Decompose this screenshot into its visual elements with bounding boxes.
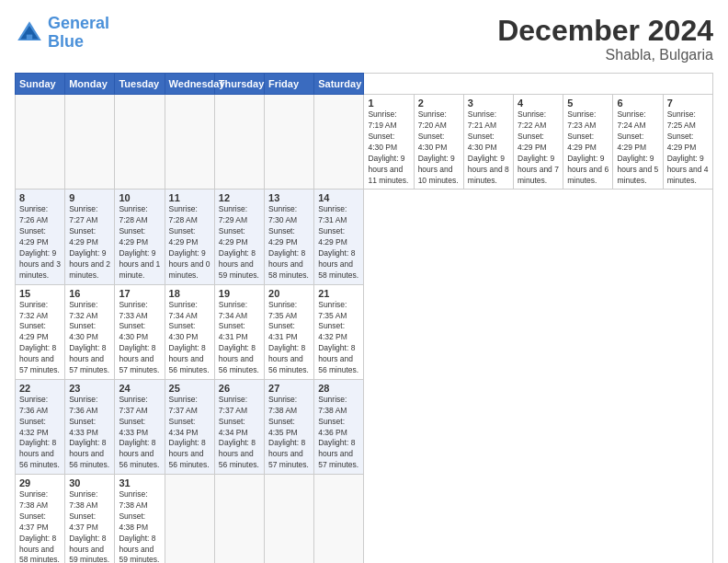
calendar-cell: 5Sunrise: 7:23 AMSunset: 4:29 PMDaylight… <box>563 95 613 190</box>
col-thursday: Thursday <box>214 74 264 95</box>
calendar-cell: 27Sunrise: 7:38 AMSunset: 4:35 PMDayligh… <box>265 379 314 474</box>
calendar-cell <box>214 475 264 563</box>
day-number: 2 <box>418 98 460 109</box>
col-monday: Monday <box>65 74 115 95</box>
calendar-cell: 22Sunrise: 7:36 AMSunset: 4:32 PMDayligh… <box>16 379 65 474</box>
col-friday: Friday <box>265 74 314 95</box>
calendar-cell: 3Sunrise: 7:21 AMSunset: 4:30 PMDaylight… <box>463 95 513 190</box>
day-number: 23 <box>69 383 110 394</box>
day-number: 5 <box>567 98 609 109</box>
day-info: Sunrise: 7:21 AMSunset: 4:30 PMDaylight:… <box>468 109 509 186</box>
calendar-cell: 11Sunrise: 7:28 AMSunset: 4:29 PMDayligh… <box>165 190 214 284</box>
calendar-cell: 21Sunrise: 7:35 AMSunset: 4:32 PMDayligh… <box>314 284 364 379</box>
day-info: Sunrise: 7:23 AMSunset: 4:29 PMDaylight:… <box>567 109 609 186</box>
day-info: Sunrise: 7:22 AMSunset: 4:29 PMDaylight:… <box>518 109 559 186</box>
calendar-cell: 12Sunrise: 7:29 AMSunset: 4:29 PMDayligh… <box>214 190 264 284</box>
calendar-cell: 29Sunrise: 7:38 AMSunset: 4:37 PMDayligh… <box>16 475 65 563</box>
calendar-week-4: 22Sunrise: 7:36 AMSunset: 4:32 PMDayligh… <box>16 379 713 474</box>
calendar-cell: 8Sunrise: 7:26 AMSunset: 4:29 PMDaylight… <box>16 190 65 284</box>
col-wednesday: Wednesday <box>165 74 214 95</box>
day-number: 13 <box>268 192 310 203</box>
logo-general: General <box>48 14 109 32</box>
day-number: 8 <box>19 192 61 203</box>
day-info: Sunrise: 7:34 AMSunset: 4:30 PMDaylight:… <box>169 300 210 376</box>
calendar-cell <box>165 95 214 190</box>
day-number: 14 <box>318 192 359 203</box>
location: Shabla, Bulgaria <box>497 47 713 63</box>
day-info: Sunrise: 7:32 AMSunset: 4:30 PMDaylight:… <box>69 300 110 376</box>
calendar-cell: 31Sunrise: 7:38 AMSunset: 4:38 PMDayligh… <box>115 475 165 563</box>
calendar-header-row: Sunday Monday Tuesday Wednesday Thursday… <box>16 74 713 95</box>
calendar-cell: 16Sunrise: 7:32 AMSunset: 4:30 PMDayligh… <box>65 284 115 379</box>
day-info: Sunrise: 7:19 AMSunset: 4:30 PMDaylight:… <box>368 109 409 186</box>
day-info: Sunrise: 7:37 AMSunset: 4:34 PMDaylight:… <box>219 395 260 471</box>
day-number: 15 <box>19 288 61 299</box>
day-number: 24 <box>119 383 160 394</box>
calendar-week-1: 1Sunrise: 7:19 AMSunset: 4:30 PMDaylight… <box>16 95 713 190</box>
calendar-cell: 4Sunrise: 7:22 AMSunset: 4:29 PMDaylight… <box>514 95 563 190</box>
calendar-cell: 14Sunrise: 7:31 AMSunset: 4:29 PMDayligh… <box>314 190 364 284</box>
day-info: Sunrise: 7:20 AMSunset: 4:30 PMDaylight:… <box>418 109 460 186</box>
calendar-cell: 6Sunrise: 7:24 AMSunset: 4:29 PMDaylight… <box>613 95 663 190</box>
col-tuesday: Tuesday <box>115 74 165 95</box>
day-number: 6 <box>617 98 658 109</box>
calendar-week-5: 29Sunrise: 7:38 AMSunset: 4:37 PMDayligh… <box>16 475 713 563</box>
day-info: Sunrise: 7:28 AMSunset: 4:29 PMDaylight:… <box>169 204 210 281</box>
calendar-cell: 10Sunrise: 7:28 AMSunset: 4:29 PMDayligh… <box>115 190 165 284</box>
calendar-cell <box>314 95 364 190</box>
day-info: Sunrise: 7:26 AMSunset: 4:29 PMDaylight:… <box>19 204 61 281</box>
day-number: 4 <box>518 98 559 109</box>
day-number: 12 <box>219 192 260 203</box>
calendar-cell <box>16 95 65 190</box>
logo-icon <box>15 18 44 48</box>
calendar-cell: 17Sunrise: 7:33 AMSunset: 4:30 PMDayligh… <box>115 284 165 379</box>
day-info: Sunrise: 7:37 AMSunset: 4:34 PMDaylight:… <box>169 395 210 471</box>
calendar-cell: 20Sunrise: 7:35 AMSunset: 4:31 PMDayligh… <box>265 284 314 379</box>
calendar-cell <box>115 95 165 190</box>
day-info: Sunrise: 7:28 AMSunset: 4:29 PMDaylight:… <box>119 204 160 281</box>
col-sunday: Sunday <box>16 74 65 95</box>
calendar-cell: 19Sunrise: 7:34 AMSunset: 4:31 PMDayligh… <box>214 284 264 379</box>
calendar-cell <box>314 475 364 563</box>
calendar-cell: 9Sunrise: 7:27 AMSunset: 4:29 PMDaylight… <box>65 190 115 284</box>
calendar-cell: 24Sunrise: 7:37 AMSunset: 4:33 PMDayligh… <box>115 379 165 474</box>
day-info: Sunrise: 7:30 AMSunset: 4:29 PMDaylight:… <box>268 204 310 281</box>
day-number: 26 <box>219 383 260 394</box>
day-number: 25 <box>169 383 210 394</box>
day-number: 28 <box>318 383 359 394</box>
day-number: 27 <box>268 383 310 394</box>
day-number: 21 <box>318 288 359 299</box>
day-info: Sunrise: 7:36 AMSunset: 4:33 PMDaylight:… <box>69 395 110 471</box>
title-block: December 2024 Shabla, Bulgaria <box>497 15 713 63</box>
header: General Blue December 2024 Shabla, Bulga… <box>15 15 713 63</box>
day-number: 30 <box>69 477 110 488</box>
day-number: 18 <box>169 288 210 299</box>
day-info: Sunrise: 7:32 AMSunset: 4:29 PMDaylight:… <box>19 300 61 376</box>
day-number: 17 <box>119 288 160 299</box>
calendar-cell: 18Sunrise: 7:34 AMSunset: 4:30 PMDayligh… <box>165 284 214 379</box>
calendar-cell: 1Sunrise: 7:19 AMSunset: 4:30 PMDaylight… <box>364 95 414 190</box>
day-number: 11 <box>169 192 210 203</box>
col-saturday: Saturday <box>314 74 364 95</box>
day-info: Sunrise: 7:35 AMSunset: 4:32 PMDaylight:… <box>318 300 359 376</box>
calendar-cell <box>65 95 115 190</box>
day-info: Sunrise: 7:35 AMSunset: 4:31 PMDaylight:… <box>268 300 310 376</box>
calendar-page: General Blue December 2024 Shabla, Bulga… <box>0 0 728 563</box>
logo-blue: Blue <box>48 33 109 52</box>
day-info: Sunrise: 7:38 AMSunset: 4:35 PMDaylight:… <box>268 395 310 471</box>
day-info: Sunrise: 7:38 AMSunset: 4:37 PMDaylight:… <box>19 489 61 563</box>
day-info: Sunrise: 7:37 AMSunset: 4:33 PMDaylight:… <box>119 395 160 471</box>
day-number: 29 <box>19 477 61 488</box>
calendar-cell: 13Sunrise: 7:30 AMSunset: 4:29 PMDayligh… <box>265 190 314 284</box>
day-number: 16 <box>69 288 110 299</box>
day-info: Sunrise: 7:38 AMSunset: 4:37 PMDaylight:… <box>69 489 110 563</box>
day-info: Sunrise: 7:38 AMSunset: 4:38 PMDaylight:… <box>119 489 160 563</box>
calendar-cell <box>214 95 264 190</box>
logo-text: General Blue <box>48 15 109 52</box>
day-number: 31 <box>119 477 160 488</box>
day-info: Sunrise: 7:33 AMSunset: 4:30 PMDaylight:… <box>119 300 160 376</box>
day-info: Sunrise: 7:38 AMSunset: 4:36 PMDaylight:… <box>318 395 359 471</box>
calendar-table: Sunday Monday Tuesday Wednesday Thursday… <box>15 73 713 563</box>
day-number: 19 <box>219 288 260 299</box>
calendar-week-3: 15Sunrise: 7:32 AMSunset: 4:29 PMDayligh… <box>16 284 713 379</box>
